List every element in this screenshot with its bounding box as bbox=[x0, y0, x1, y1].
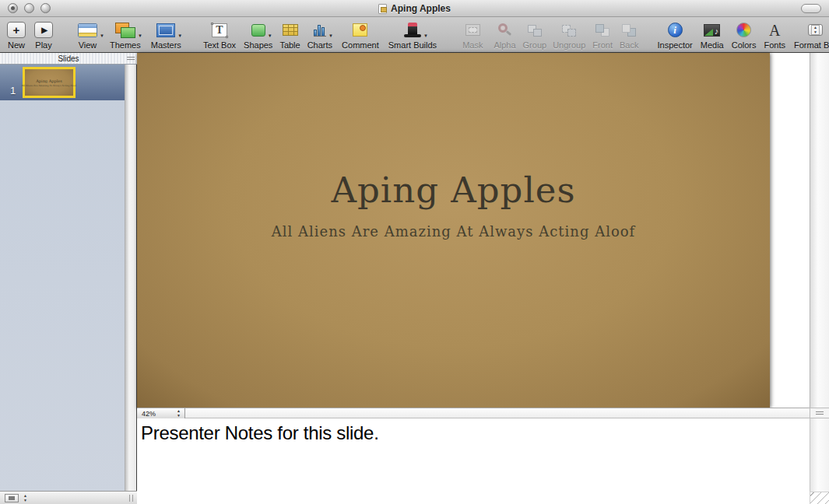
shapes-button[interactable]: ▼ Shapes bbox=[244, 19, 272, 50]
chevron-down-icon: ▼ bbox=[423, 33, 428, 38]
alpha-button[interactable]: Alpha bbox=[494, 19, 515, 50]
view-icon bbox=[78, 23, 97, 37]
slides-panel-header: Slides bbox=[0, 53, 137, 65]
status-strip: 42% ▲▼ bbox=[137, 408, 810, 418]
colors-button[interactable]: Colors bbox=[732, 19, 757, 50]
masters-button[interactable]: ▼ Masters bbox=[151, 19, 181, 50]
format-bar-button[interactable]: ▲▼ Format Bar bbox=[794, 19, 829, 50]
group-icon bbox=[526, 23, 543, 37]
smart-builds-button[interactable]: ▼ Smart Builds bbox=[388, 19, 437, 50]
inspector-icon: i bbox=[668, 23, 683, 37]
chevron-down-icon: ▼ bbox=[100, 33, 104, 38]
play-button[interactable]: ▶ Play bbox=[34, 19, 53, 50]
zoom-level: 42% bbox=[137, 410, 177, 418]
view-button[interactable]: ▼ View bbox=[78, 19, 97, 50]
slides-panel-title: Slides bbox=[58, 54, 79, 63]
zoom-control[interactable]: 42% ▲▼ bbox=[137, 408, 185, 418]
zoom-stepper-icon[interactable]: ▲▼ bbox=[177, 409, 184, 418]
format-bar-icon: ▲▼ bbox=[808, 24, 823, 36]
chevron-down-icon: ▼ bbox=[177, 33, 182, 38]
inspector-button[interactable]: i Inspector bbox=[657, 19, 692, 50]
alpha-magnifier-icon bbox=[496, 23, 513, 38]
play-icon: ▶ bbox=[34, 22, 53, 38]
table-button[interactable]: Table bbox=[279, 19, 300, 50]
table-icon bbox=[283, 24, 298, 36]
charts-button[interactable]: ▼ Charts bbox=[307, 19, 332, 50]
chevron-down-icon: ▼ bbox=[328, 33, 333, 38]
magic-hat-icon bbox=[404, 23, 421, 38]
masters-icon bbox=[156, 23, 175, 37]
slides-panel-footer: ▲▼ bbox=[0, 491, 137, 504]
comment-icon bbox=[353, 23, 367, 37]
slide-canvas: Aping Apples All Aliens Are Amazing At A… bbox=[137, 53, 810, 504]
toolbar-toggle-button[interactable] bbox=[801, 4, 821, 13]
text-box-button[interactable]: T Text Box bbox=[203, 19, 236, 50]
canvas-scrollbar[interactable] bbox=[810, 53, 829, 408]
presenter-notes-pane[interactable]: Presenter Notes for this slide. bbox=[137, 418, 810, 504]
slide-subtitle-text[interactable]: All Aliens Are Amazing At Always Acting … bbox=[272, 223, 635, 240]
slide-row-selected[interactable]: 1 Aping Apples All Aliens Are Amazing At… bbox=[0, 65, 125, 100]
chevron-down-icon: ▼ bbox=[268, 33, 272, 38]
slide-thumbnail[interactable]: Aping Apples All Aliens Are Amazing At A… bbox=[23, 67, 76, 98]
view-toggle-button[interactable] bbox=[5, 494, 19, 502]
notes-splitter-grip[interactable] bbox=[810, 408, 829, 418]
themes-button[interactable]: ▼ Themes bbox=[110, 19, 141, 50]
color-wheel-icon bbox=[736, 23, 751, 37]
back-button[interactable]: Back bbox=[620, 19, 638, 50]
ungroup-button[interactable]: Ungroup bbox=[553, 19, 585, 50]
slides-panel: Slides 1 Aping Apples All Aliens Are Ama… bbox=[0, 53, 137, 504]
document-icon bbox=[378, 4, 387, 14]
slides-panel-scrollbar[interactable] bbox=[125, 65, 137, 491]
window-resize-grip[interactable] bbox=[810, 492, 829, 504]
plus-icon: + bbox=[7, 22, 26, 38]
fonts-button[interactable]: A Fonts bbox=[764, 19, 786, 50]
panel-grip-icon[interactable] bbox=[127, 57, 135, 60]
keynote-window: Aping Apples + New ▶ Play ▼ View ▼ Theme… bbox=[0, 0, 829, 504]
media-icon: ♪ bbox=[704, 24, 720, 37]
mask-button[interactable]: Mask bbox=[462, 19, 483, 50]
themes-icon bbox=[115, 23, 135, 38]
shapes-icon bbox=[251, 24, 265, 37]
send-back-icon bbox=[620, 23, 638, 37]
slide-number: 1 bbox=[10, 85, 16, 96]
right-scroll-column bbox=[810, 53, 829, 504]
text-box-icon: T bbox=[212, 23, 227, 37]
notes-scrollbar[interactable] bbox=[810, 418, 829, 492]
slide-editor[interactable]: Aping Apples All Aliens Are Amazing At A… bbox=[137, 53, 770, 408]
ungroup-icon bbox=[560, 23, 578, 37]
toolbar: + New ▶ Play ▼ View ▼ Themes ▼ Masters T… bbox=[0, 17, 829, 53]
group-button[interactable]: Group bbox=[523, 19, 547, 50]
mask-icon bbox=[465, 24, 480, 36]
fonts-icon: A bbox=[769, 23, 780, 38]
window-title: Aping Apples bbox=[391, 3, 451, 14]
title-bar: Aping Apples bbox=[0, 0, 829, 17]
charts-icon bbox=[314, 24, 326, 37]
media-button[interactable]: ♪ Media bbox=[701, 19, 724, 50]
new-button[interactable]: + New bbox=[7, 19, 26, 50]
comment-button[interactable]: Comment bbox=[342, 19, 379, 50]
presenter-notes-text[interactable]: Presenter Notes for this slide. bbox=[137, 418, 810, 444]
footer-stepper[interactable]: ▲▼ bbox=[23, 493, 27, 502]
slide-title-text[interactable]: Aping Apples bbox=[331, 170, 575, 211]
panel-resize-grip[interactable] bbox=[129, 495, 133, 502]
chevron-down-icon: ▼ bbox=[138, 33, 142, 38]
bring-front-icon bbox=[594, 23, 611, 37]
front-button[interactable]: Front bbox=[592, 19, 613, 50]
